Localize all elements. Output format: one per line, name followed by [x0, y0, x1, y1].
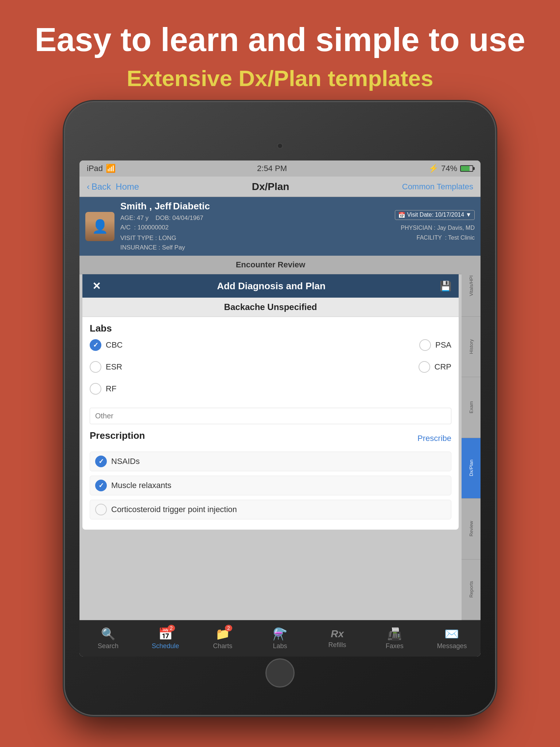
patient-info: Smith , Jeff Diabetic AGE: 47 y DOB: 04/…	[120, 201, 389, 252]
patient-age: 47 y	[137, 214, 148, 221]
nav-left[interactable]: ‹ Back Home	[87, 182, 139, 192]
battery-icon	[460, 165, 473, 172]
patient-name: Smith , Jeff	[120, 201, 171, 212]
common-templates-button[interactable]: Common Templates	[402, 182, 473, 191]
schedule-badge: 2	[168, 625, 175, 631]
dialog-body: Labs CBC PSA	[82, 317, 459, 530]
muscle-relaxants-item: Muscle relaxants	[90, 476, 451, 495]
patient-header: 👤 Smith , Jeff Diabetic AGE: 47 y DOB: 0…	[79, 197, 481, 256]
physician-label: PHYSICIAN	[401, 225, 432, 231]
ipad-home-button[interactable]	[265, 658, 295, 688]
tab-exam-label: Exam	[468, 401, 474, 413]
nav-title: Dx/Plan	[252, 181, 289, 193]
nav-charts[interactable]: 📁 2 Charts	[199, 627, 246, 650]
dialog-header: ✕ Add Diagnosis and Plan 💾	[82, 274, 459, 298]
dialog-close-button[interactable]: ✕	[90, 279, 103, 293]
bottom-navigation: 🔍 Search 📅 2 Schedule 📁 2 Charts ⚗️	[79, 620, 481, 657]
prescription-section-title: Prescription	[90, 430, 145, 441]
dialog-save-button[interactable]: 💾	[440, 280, 451, 292]
prescription-header: Prescription Prescribe	[90, 430, 451, 446]
labs-grid: CBC PSA	[90, 339, 451, 400]
esr-row: ESR	[90, 361, 122, 373]
nav-faxes[interactable]: 📠 Faxes	[371, 627, 418, 650]
nav-schedule[interactable]: 📅 2 Schedule	[142, 627, 189, 650]
cbc-checkbox[interactable]	[90, 339, 101, 351]
rf-row: RF	[90, 383, 116, 395]
crp-label: CRP	[435, 362, 451, 372]
back-button[interactable]: Back	[92, 182, 111, 192]
esr-label: ESR	[106, 362, 122, 372]
wifi-icon: 📶	[106, 164, 116, 173]
search-nav-icon: 🔍	[101, 627, 116, 641]
tab-vitals-hpi-label: Vitals/HPI	[468, 275, 474, 296]
search-nav-label: Search	[98, 642, 118, 650]
psa-label: PSA	[435, 340, 451, 350]
prescribe-button[interactable]: Prescribe	[417, 434, 451, 443]
ipad-top-bezel	[79, 131, 481, 160]
patient-avatar: 👤	[85, 212, 114, 241]
ipad-camera	[277, 143, 283, 149]
nav-labs[interactable]: ⚗️ Labs	[256, 627, 304, 650]
facility-label: FACILITY	[417, 235, 442, 241]
home-button[interactable]: Home	[116, 182, 139, 192]
patient-dob: 04/04/1967	[172, 214, 203, 221]
psa-row: PSA	[419, 339, 451, 351]
ipad-frame: iPad 📶 2:54 PM ⚡ 74% ‹ Back Home Dx/Plan…	[65, 102, 495, 715]
ipad-screen: iPad 📶 2:54 PM ⚡ 74% ‹ Back Home Dx/Plan…	[79, 160, 481, 657]
dialog-subtitle: Backache Unspecified	[82, 298, 459, 317]
main-content: Encounter Review ✕ Add Diagnosis and Pla…	[79, 256, 462, 620]
corticosteroid-item: Corticosteroid trigger point injection	[90, 500, 451, 519]
physician-name: Jay Davis, MD	[437, 225, 475, 231]
patient-name-row: Smith , Jeff Diabetic	[120, 201, 389, 212]
other-input[interactable]	[90, 408, 451, 424]
corticosteroid-checkbox[interactable]	[95, 504, 107, 515]
bluetooth-icon: ⚡	[428, 164, 438, 173]
status-time: 2:54 PM	[257, 164, 287, 173]
visit-date-label: Visit Date:	[407, 212, 433, 218]
tab-reports[interactable]: Reports	[462, 560, 481, 620]
nav-messages[interactable]: ✉️ Messages	[428, 627, 475, 650]
calendar-icon: 📅	[398, 212, 405, 218]
tab-review[interactable]: Review	[462, 499, 481, 560]
muscle-relaxants-checkbox[interactable]	[95, 480, 107, 491]
dialog-overlay: ✕ Add Diagnosis and Plan 💾 Backache Unsp…	[79, 274, 462, 620]
dropdown-icon[interactable]: ▼	[466, 212, 471, 218]
charts-icon-wrap: 📁 2	[215, 627, 230, 641]
tab-vitals-hpi[interactable]: Vitals/HPI	[462, 256, 481, 317]
tab-dxplan[interactable]: Dx/Plan	[462, 438, 481, 499]
patient-visit-details: VISIT TYPE : LONG INSURANCE : Self Pay	[120, 233, 389, 252]
visit-type-label: VISIT TYPE	[120, 235, 153, 241]
messages-nav-label: Messages	[437, 642, 467, 650]
tab-history[interactable]: History	[462, 317, 481, 378]
esr-checkbox[interactable]	[90, 361, 101, 373]
ipad-bottom-bezel	[79, 657, 481, 686]
rf-label: RF	[106, 384, 116, 394]
visit-type: LONG	[159, 235, 176, 241]
patient-details: AGE: 47 y DOB: 04/04/1967 A/C : 10000000…	[120, 213, 389, 232]
rf-checkbox[interactable]	[90, 383, 101, 395]
dob-label: DOB	[155, 214, 169, 221]
tab-history-label: History	[468, 339, 474, 354]
content-area: Encounter Review ✕ Add Diagnosis and Pla…	[79, 256, 481, 620]
cbc-row: CBC	[90, 339, 122, 351]
tab-exam[interactable]: Exam	[462, 377, 481, 438]
tab-reports-label: Reports	[468, 581, 474, 598]
promo-subtitle: Extensive Dx/Plan templates	[29, 65, 531, 91]
diagnosis-dialog: ✕ Add Diagnosis and Plan 💾 Backache Unsp…	[82, 274, 459, 530]
nav-refills[interactable]: Rx Refills	[314, 628, 361, 649]
faxes-nav-icon: 📠	[387, 627, 402, 641]
ac-label: A/C	[120, 224, 131, 231]
nsaids-checkbox[interactable]	[95, 456, 107, 467]
patient-right-info: 📅 Visit Date: 10/17/2014 ▼ PHYSICIAN : J…	[395, 210, 475, 243]
physician-info: PHYSICIAN : Jay Davis, MD FACILITY : Tes…	[395, 223, 475, 243]
crp-checkbox[interactable]	[419, 361, 430, 373]
psa-checkbox[interactable]	[419, 339, 431, 351]
device-label: iPad	[87, 164, 103, 173]
status-bar: iPad 📶 2:54 PM ⚡ 74%	[79, 160, 481, 177]
corticosteroid-label: Corticosteroid trigger point injection	[111, 505, 237, 514]
refills-nav-label: Refills	[328, 641, 346, 649]
visit-date: 10/17/2014	[435, 212, 464, 218]
nav-search[interactable]: 🔍 Search	[85, 627, 132, 650]
crp-row: CRP	[419, 361, 451, 373]
promo-header: Easy to learn and simple to use Extensiv…	[0, 0, 560, 102]
